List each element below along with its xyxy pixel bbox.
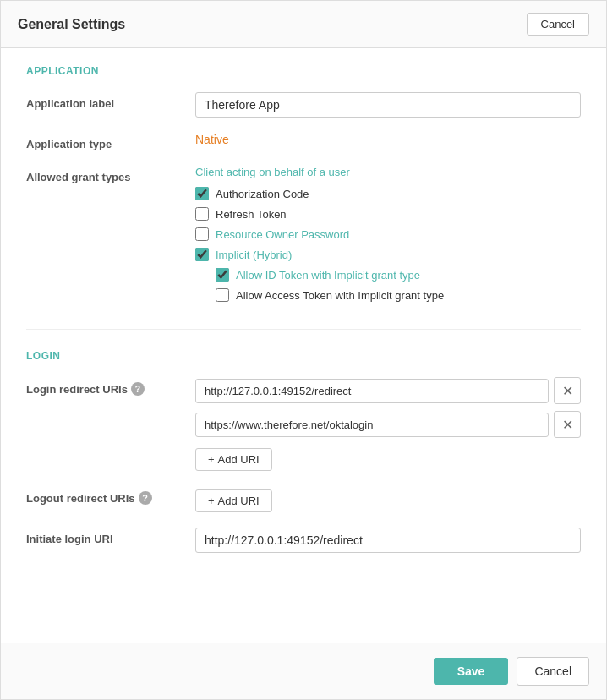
- login-uri-input-2[interactable]: [195, 413, 549, 437]
- login-uri-remove-2[interactable]: ✕: [554, 411, 581, 438]
- login-uri-input-1[interactable]: [195, 379, 549, 403]
- initiate-login-input-container: [195, 528, 581, 553]
- logout-redirect-inputs: + Add URI: [195, 486, 581, 512]
- checkbox-resource-owner: Resource Owner Password: [195, 227, 581, 241]
- app-label-value: [195, 92, 581, 118]
- login-redirect-row: Login redirect URIs ? ✕ ✕ + Ad: [26, 377, 581, 471]
- allow-id-token-label: Allow ID Token with Implicit grant type: [236, 269, 420, 282]
- implicit-checkbox[interactable]: [195, 248, 209, 261]
- initiate-login-input[interactable]: [195, 528, 581, 553]
- implicit-label: Implicit (Hybrid): [216, 249, 292, 261]
- content-area: APPLICATION Application label Applicatio…: [1, 48, 606, 643]
- save-button[interactable]: Save: [434, 658, 509, 685]
- allowed-grant-types-row: Allowed grant types Client acting on beh…: [26, 166, 581, 309]
- application-section: APPLICATION Application label Applicatio…: [26, 65, 581, 309]
- login-redirect-inputs: ✕ ✕ + Add URI: [195, 377, 581, 471]
- application-section-title: APPLICATION: [26, 65, 581, 77]
- add-uri-label: Add URI: [218, 453, 260, 466]
- section-divider: [26, 329, 581, 330]
- grant-description: Client acting on behalf of a user: [195, 166, 581, 178]
- login-uri-row-2: ✕: [195, 411, 581, 438]
- login-redirect-label: Login redirect URIs ?: [26, 377, 195, 396]
- app-label-input[interactable]: [195, 92, 581, 118]
- checkbox-allow-access-token: Allow Access Token with Implicit grant t…: [216, 288, 581, 302]
- allow-id-token-checkbox[interactable]: [216, 268, 229, 282]
- header-cancel-button[interactable]: Cancel: [527, 13, 589, 36]
- login-section-title: LOGIN: [26, 350, 581, 362]
- app-type-label: Application type: [26, 133, 195, 150]
- app-type-row: Application type Native: [26, 133, 581, 150]
- footer: Save Cancel: [1, 643, 606, 699]
- app-type-value: Native: [195, 128, 229, 146]
- logout-redirect-label: Logout redirect URIs ?: [26, 486, 195, 505]
- allowed-grant-types-label: Allowed grant types: [26, 166, 195, 183]
- checkbox-refresh-token: Refresh Token: [195, 207, 581, 221]
- page-title: General Settings: [18, 17, 125, 32]
- allow-access-token-checkbox[interactable]: [216, 288, 229, 302]
- logout-redirect-row: Logout redirect URIs ? + Add URI: [26, 486, 581, 512]
- plus-icon: +: [208, 453, 215, 466]
- logout-add-uri-label: Add URI: [218, 495, 260, 507]
- login-add-uri-button[interactable]: + Add URI: [195, 448, 272, 471]
- resource-owner-label: Resource Owner Password: [216, 228, 349, 241]
- app-label-label: Application label: [26, 92, 195, 110]
- grant-types-container: Client acting on behalf of a user Author…: [195, 166, 581, 309]
- auth-code-label: Authorization Code: [216, 188, 309, 200]
- login-redirect-help-icon: ?: [131, 382, 145, 396]
- logout-add-uri-button[interactable]: + Add URI: [195, 489, 272, 512]
- login-uri-row-1: ✕: [195, 377, 581, 404]
- resource-owner-checkbox[interactable]: [195, 227, 209, 241]
- plus-icon-logout: +: [208, 495, 215, 507]
- checkbox-implicit: Implicit (Hybrid): [195, 248, 581, 261]
- refresh-token-label: Refresh Token: [216, 208, 287, 221]
- logout-redirect-help-icon: ?: [139, 491, 152, 505]
- general-settings-window: General Settings Cancel APPLICATION Appl…: [0, 0, 607, 700]
- login-uri-remove-1[interactable]: ✕: [554, 377, 581, 404]
- header: General Settings Cancel: [1, 1, 606, 48]
- refresh-token-checkbox[interactable]: [195, 207, 209, 221]
- footer-cancel-button[interactable]: Cancel: [517, 657, 589, 686]
- checkbox-allow-id-token: Allow ID Token with Implicit grant type: [216, 268, 581, 282]
- app-label-row: Application label: [26, 92, 581, 118]
- login-section: LOGIN Login redirect URIs ? ✕: [26, 350, 581, 553]
- allow-access-token-label: Allow Access Token with Implicit grant t…: [236, 289, 444, 302]
- checkbox-auth-code: Authorization Code: [195, 187, 581, 200]
- auth-code-checkbox[interactable]: [195, 187, 209, 200]
- initiate-login-row: Initiate login URI: [26, 528, 581, 553]
- initiate-login-label: Initiate login URI: [26, 528, 195, 545]
